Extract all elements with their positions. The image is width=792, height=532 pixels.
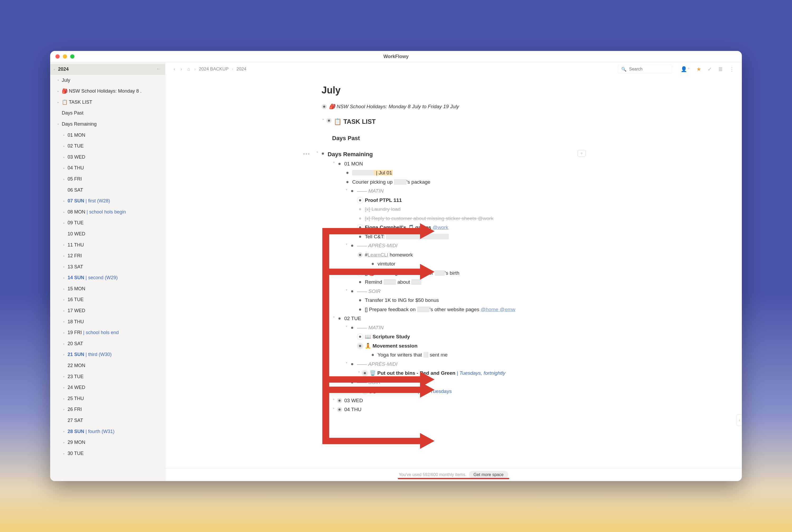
list-item[interactable]: ••• ▾ Days Remaining +	[322, 149, 586, 159]
chevron-right-icon[interactable]: ▸	[63, 386, 68, 389]
list-item[interactable]: ▾—— SOIR	[345, 378, 586, 387]
list-item[interactable]: ▾02 TUE	[332, 314, 586, 323]
sidebar-item[interactable]: 10 WED	[50, 229, 165, 240]
sidebar-item[interactable]: ▸📋 TASK LIST	[50, 97, 165, 108]
sidebar-item[interactable]: ▸02 TUE	[50, 141, 165, 152]
chevron-down-icon[interactable]: ▾	[345, 187, 348, 192]
chevron-down-icon[interactable]: ▾	[332, 160, 336, 165]
chevron-right-icon[interactable]: ▸	[63, 430, 68, 433]
chevron-down-icon[interactable]: ▾	[345, 242, 348, 246]
tag[interactable]: LearnCLI	[368, 252, 388, 258]
chevron-right-icon[interactable]: ▸	[332, 397, 336, 401]
chevron-right-icon[interactable]: ▸	[357, 369, 361, 374]
sidebar-item[interactable]: ▸11 THU	[50, 240, 165, 251]
list-item[interactable]: Fiona Campbell's 🎵 games @work	[357, 223, 586, 232]
chevron-down-icon[interactable]: ▾	[316, 150, 319, 154]
chevron-down-icon[interactable]: ▾	[345, 379, 348, 383]
sidebar-item[interactable]: ▸14 SUN | second (W29)	[50, 272, 165, 283]
chevron-right-icon[interactable]: ▸	[63, 167, 68, 170]
chevron-right-icon[interactable]: ▸	[332, 406, 336, 410]
chevron-down-icon[interactable]: ▾	[345, 288, 348, 292]
sidebar-item[interactable]: ▸🎒 NSW School Holidays: Monday 8 .	[50, 86, 165, 97]
breadcrumb[interactable]: 2024	[236, 66, 246, 72]
sidebar-item[interactable]: ▸24 WED	[50, 382, 165, 393]
chevron-right-icon[interactable]: ▸	[63, 177, 68, 181]
sidebar-item[interactable]: ▸23 TUE	[50, 371, 165, 382]
sidebar-item[interactable]: 22 MON	[50, 360, 165, 371]
star-icon[interactable]: ★	[696, 66, 701, 72]
home-icon[interactable]: ⌂	[186, 65, 191, 73]
list-item[interactable]: 🎒 NSW School Holidays: Monday 8 July to …	[322, 102, 586, 111]
chevron-right-icon[interactable]: ▸	[63, 441, 68, 444]
chevron-right-icon[interactable]: ▸	[322, 117, 325, 121]
chevron-right-icon[interactable]: ▸	[63, 342, 68, 345]
list-item[interactable]: [] 🎒 Pack bag to be on call for xxxx's b…	[357, 269, 586, 278]
chevron-right-icon[interactable]: ▸	[63, 254, 68, 258]
chevron-right-icon[interactable]: ▸	[63, 309, 68, 312]
add-user-icon[interactable]: 👤⁺	[681, 66, 690, 72]
chevron-right-icon[interactable]: ▸	[63, 397, 68, 400]
sidebar-item[interactable]: ▸15 MON	[50, 283, 165, 294]
chevron-right-icon[interactable]: ▸	[63, 331, 68, 334]
sidebar-item[interactable]: 06 SAT	[50, 185, 165, 196]
chevron-right-icon[interactable]: ▸	[58, 101, 62, 104]
sidebar-root[interactable]: ▸ 2024	[50, 64, 165, 75]
chevron-right-icon[interactable]: ▸	[63, 375, 68, 378]
sidebar-item[interactable]: ▸19 FRI | school hols end	[50, 327, 165, 338]
chevron-right-icon[interactable]: ▸	[63, 353, 68, 356]
breadcrumb-item[interactable]: 2024 BACKUP	[199, 66, 228, 72]
checkmark-icon[interactable]: ✓	[708, 66, 712, 72]
nav-back-icon[interactable]: ‹	[173, 65, 176, 73]
add-note-icon[interactable]: +	[578, 150, 586, 157]
chevron-right-icon[interactable]: ▸	[357, 388, 361, 392]
sidebar-item[interactable]: ▸28 SUN | fourth (W31)	[50, 426, 165, 437]
chevron-down-icon[interactable]: ▾	[58, 123, 62, 126]
sidebar-item[interactable]: ▸20 SAT	[50, 338, 165, 349]
sidebar-item[interactable]: ▸01 MON	[50, 130, 165, 141]
sidebar-item[interactable]: ▾Days Remaining	[50, 119, 165, 130]
chevron-right-icon[interactable]: ▸	[63, 222, 68, 225]
list-item[interactable]: Proof PTPL 111	[357, 196, 586, 205]
get-more-space-button[interactable]: Get more space	[469, 471, 508, 478]
chevron-right-icon[interactable]: ▸	[54, 68, 58, 71]
sidebar-item[interactable]: ▸26 FRI	[50, 404, 165, 415]
list-item[interactable]: ▾—— APRÈS-MIDI	[345, 241, 586, 250]
chevron-right-icon[interactable]: ▸	[63, 452, 68, 455]
list-item[interactable]: Transfer 1K to ING for $50 bonus	[357, 296, 586, 305]
sidebar-item[interactable]: ▸08 MON | school hols begin	[50, 207, 165, 218]
chevron-right-icon[interactable]: ▸	[63, 156, 68, 159]
sidebar-item[interactable]: ▸07 SUN | first (W28)	[50, 195, 165, 207]
list-item[interactable]: xxxxxxxx | Jul 01	[345, 168, 586, 177]
list-item[interactable]: ▾—— MATIN	[345, 323, 586, 332]
sidebar-item[interactable]: ▸05 FRI	[50, 174, 165, 185]
chevron-right-icon[interactable]: ▸	[58, 90, 62, 93]
list-item[interactable]: Yoga for writers that xx sent me	[370, 350, 586, 360]
sidebar-item[interactable]: ▸12 FRI	[50, 250, 165, 262]
list-item[interactable]: ▸🗑️ Put out the bins - Red and Green | T…	[357, 369, 586, 378]
tag[interactable]: @emw	[498, 307, 515, 312]
chevron-right-icon[interactable]: ▸	[63, 211, 68, 214]
list-item[interactable]: Days Past	[332, 133, 586, 143]
list-item[interactable]: ▾ 01 MON	[332, 159, 586, 169]
list-item[interactable]: Remind xxxxx about xxxx	[357, 278, 586, 287]
sidebar-item[interactable]: ▸25 THU	[50, 393, 165, 404]
list-item[interactable]: [x] Laundry load	[357, 205, 586, 214]
sidebar-item[interactable]: 27 SAT	[50, 415, 165, 426]
item-actions-icon[interactable]: •••	[303, 150, 310, 158]
chevron-right-icon[interactable]: ▸	[63, 243, 68, 246]
chevron-down-icon[interactable]: ▾	[332, 315, 336, 319]
list-item[interactable]: Tell C&T: xxxxxxxxxxxxxxxxxxxxxxxxx	[357, 232, 586, 242]
list-icon[interactable]: ≣	[718, 66, 723, 72]
sidebar-item[interactable]: ▸09 TUE	[50, 217, 165, 229]
list-item[interactable]: ▸ 📋 TASK LIST	[322, 116, 586, 127]
sidebar-item[interactable]: ▸21 SUN | third (W30)	[50, 349, 165, 360]
list-item[interactable]: #LearnCLI homework	[357, 250, 586, 260]
search-field[interactable]	[628, 66, 666, 72]
chevron-right-icon[interactable]: ▸	[63, 200, 68, 203]
tag[interactable]: @home	[481, 307, 498, 312]
sidebar-item[interactable]: ▸18 THU	[50, 317, 165, 327]
nav-forward-icon[interactable]: ›	[180, 65, 183, 73]
sidebar-item[interactable]: ▸16 TUE	[50, 294, 165, 305]
chevron-right-icon[interactable]: ▸	[63, 408, 68, 411]
search-input[interactable]: 🔍	[618, 65, 672, 74]
